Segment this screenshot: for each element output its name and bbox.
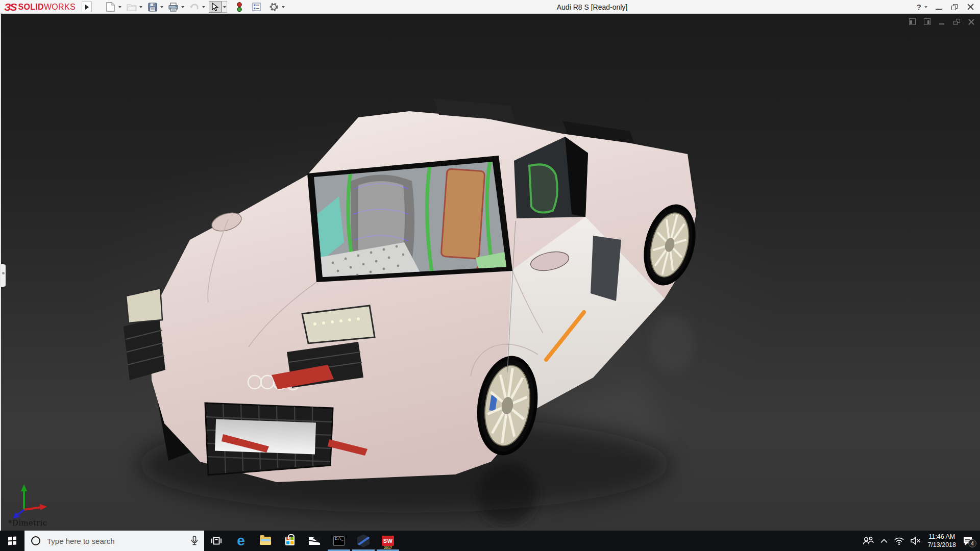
wifi-icon bbox=[894, 537, 904, 545]
car-model bbox=[118, 89, 710, 528]
taskbar-app-mail[interactable] bbox=[302, 531, 327, 551]
minimize-button[interactable] bbox=[933, 2, 944, 13]
people-icon bbox=[863, 536, 874, 545]
microsoft-store-icon bbox=[285, 537, 295, 545]
doc-restore-icon bbox=[953, 19, 960, 25]
taskbar-app-solidworks[interactable]: SW 2017 bbox=[376, 531, 400, 551]
restore-icon bbox=[951, 4, 958, 10]
taskbar-app-hexagon[interactable] bbox=[351, 531, 376, 551]
open-dropdown[interactable] bbox=[138, 1, 143, 13]
doc-minimize-button[interactable] bbox=[938, 18, 946, 26]
window-controls: ? bbox=[917, 0, 976, 14]
select-tool-button[interactable] bbox=[209, 1, 222, 13]
restore-button[interactable] bbox=[949, 2, 960, 13]
save-floppy-icon bbox=[148, 3, 157, 12]
new-document-icon bbox=[106, 2, 115, 12]
microphone-icon[interactable] bbox=[191, 536, 198, 546]
help-dropdown[interactable] bbox=[923, 1, 928, 13]
pane-left-icon bbox=[909, 18, 916, 25]
toolbar-expand-button[interactable] bbox=[82, 2, 92, 12]
doc-minimize-icon bbox=[939, 23, 944, 24]
undo-dropdown[interactable] bbox=[201, 1, 206, 13]
window-title: Audi R8 S [Read-only] bbox=[557, 3, 628, 11]
solidworks-logo: ЗS SOLIDWORKS bbox=[4, 1, 76, 13]
tray-date: 7/13/2018 bbox=[927, 541, 956, 549]
properties-button[interactable] bbox=[250, 1, 263, 13]
network-button[interactable] bbox=[894, 537, 904, 545]
standard-toolbar bbox=[104, 1, 287, 13]
solidworks-logo-glyph: ЗS bbox=[4, 1, 16, 13]
pane-right-button[interactable] bbox=[923, 18, 931, 26]
edge-icon: e bbox=[237, 534, 245, 548]
taskbar-app-file-explorer[interactable] bbox=[253, 531, 278, 551]
pane-left-button[interactable] bbox=[908, 18, 916, 26]
expand-arrow-icon bbox=[85, 5, 89, 10]
print-icon bbox=[168, 3, 178, 12]
options-dropdown[interactable] bbox=[280, 1, 286, 13]
taskbar-app-command-prompt[interactable]: C:\_ bbox=[327, 531, 351, 551]
help-button[interactable]: ? bbox=[917, 3, 921, 11]
taskbar-app-store[interactable] bbox=[278, 531, 302, 551]
system-tray: 11:46 AM 7/13/2018 4 bbox=[863, 531, 978, 551]
task-view-button[interactable] bbox=[204, 531, 229, 551]
display-states-button[interactable] bbox=[233, 1, 246, 13]
volume-button[interactable] bbox=[911, 537, 921, 545]
graphics-viewport[interactable]: *Dimetric bbox=[0, 14, 980, 531]
orientation-triad bbox=[10, 482, 51, 521]
tray-overflow-button[interactable] bbox=[880, 539, 888, 543]
minimize-icon bbox=[936, 9, 942, 10]
options-button[interactable] bbox=[267, 1, 280, 13]
hexagon-app-icon bbox=[357, 534, 370, 547]
pane-right-icon bbox=[924, 18, 930, 25]
tray-time: 11:46 AM bbox=[927, 533, 956, 541]
document-window-controls bbox=[908, 18, 975, 26]
print-button[interactable] bbox=[167, 1, 180, 13]
traffic-light-icon bbox=[237, 2, 242, 12]
close-icon bbox=[967, 4, 974, 10]
gear-icon bbox=[269, 2, 279, 12]
doc-close-icon bbox=[968, 19, 974, 25]
properties-list-icon bbox=[252, 3, 261, 11]
taskbar-search[interactable] bbox=[24, 531, 204, 551]
windows-taskbar: e C:\_ SW 2017 bbox=[0, 531, 980, 551]
undo-button[interactable] bbox=[188, 1, 201, 13]
windows-logo-icon bbox=[8, 537, 16, 545]
open-button[interactable] bbox=[125, 1, 138, 13]
notification-badge: 4 bbox=[968, 539, 976, 547]
taskbar-app-edge[interactable]: e bbox=[229, 531, 253, 551]
volume-muted-icon bbox=[911, 537, 921, 545]
titlebar: ЗS SOLIDWORKS bbox=[0, 0, 980, 14]
file-explorer-icon bbox=[260, 537, 271, 545]
solidworks-app-window: ЗS SOLIDWORKS bbox=[0, 0, 980, 551]
cortana-icon bbox=[31, 536, 40, 545]
command-prompt-icon: C:\_ bbox=[333, 536, 345, 546]
save-button[interactable] bbox=[146, 1, 159, 13]
chevron-up-icon bbox=[880, 539, 888, 543]
print-dropdown[interactable] bbox=[180, 1, 185, 13]
panel-tab-handle-icon bbox=[2, 272, 5, 274]
solidworks-2017-icon: SW 2017 bbox=[382, 536, 394, 546]
action-center-button[interactable]: 4 bbox=[963, 536, 973, 545]
collapsed-panel-tab[interactable] bbox=[1, 264, 6, 287]
clock[interactable]: 11:46 AM 7/13/2018 bbox=[927, 533, 956, 549]
task-view-icon bbox=[211, 536, 222, 545]
new-document-button[interactable] bbox=[104, 1, 117, 13]
select-tool-dropdown[interactable] bbox=[222, 1, 227, 13]
mail-icon bbox=[309, 537, 320, 545]
new-document-dropdown[interactable] bbox=[117, 1, 122, 13]
search-input[interactable] bbox=[47, 531, 180, 551]
view-orientation-label: *Dimetric bbox=[8, 518, 47, 528]
open-folder-icon bbox=[127, 3, 137, 11]
doc-restore-button[interactable] bbox=[952, 18, 961, 26]
people-button[interactable] bbox=[863, 536, 874, 545]
doc-close-button[interactable] bbox=[967, 18, 975, 26]
close-button[interactable] bbox=[965, 2, 976, 13]
undo-icon bbox=[189, 3, 199, 11]
save-dropdown[interactable] bbox=[159, 1, 164, 13]
select-cursor-icon bbox=[211, 3, 219, 12]
start-button[interactable] bbox=[0, 531, 24, 551]
